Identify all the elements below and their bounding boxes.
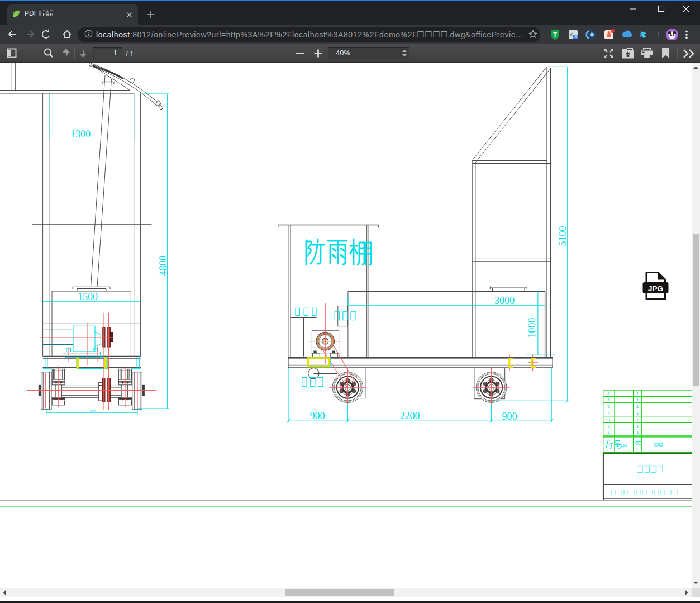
svg-text:1: 1 <box>636 391 639 396</box>
svg-text:900: 900 <box>310 410 325 421</box>
svg-text:1: 1 <box>607 430 609 435</box>
svg-text:1: 1 <box>636 404 639 409</box>
svg-text:1: 1 <box>636 417 639 422</box>
svg-text:G: G <box>570 32 574 37</box>
svg-text:900: 900 <box>502 411 517 422</box>
svg-text:1300: 1300 <box>70 129 91 140</box>
svg-text:4800: 4800 <box>158 255 169 276</box>
svg-text:3: 3 <box>607 417 609 422</box>
svg-text:JPG: JPG <box>648 284 663 293</box>
svg-text:7: 7 <box>607 391 609 396</box>
svg-text:2200: 2200 <box>400 410 420 421</box>
svg-text:5100: 5100 <box>557 226 568 246</box>
svg-text:1500: 1500 <box>78 291 98 302</box>
svg-text:1000: 1000 <box>526 318 537 338</box>
svg-text:2: 2 <box>607 424 609 429</box>
svg-text:1: 1 <box>636 411 639 416</box>
svg-text:3000: 3000 <box>494 295 515 306</box>
svg-text:1: 1 <box>636 424 639 429</box>
svg-text:T: T <box>553 31 557 38</box>
svg-text:1: 1 <box>636 397 639 402</box>
svg-text:5: 5 <box>607 404 609 409</box>
svg-text:1435: 1435 <box>89 410 96 413</box>
svg-text:1: 1 <box>636 430 639 435</box>
svg-text:4: 4 <box>607 411 609 416</box>
svg-text:6: 6 <box>607 397 609 402</box>
